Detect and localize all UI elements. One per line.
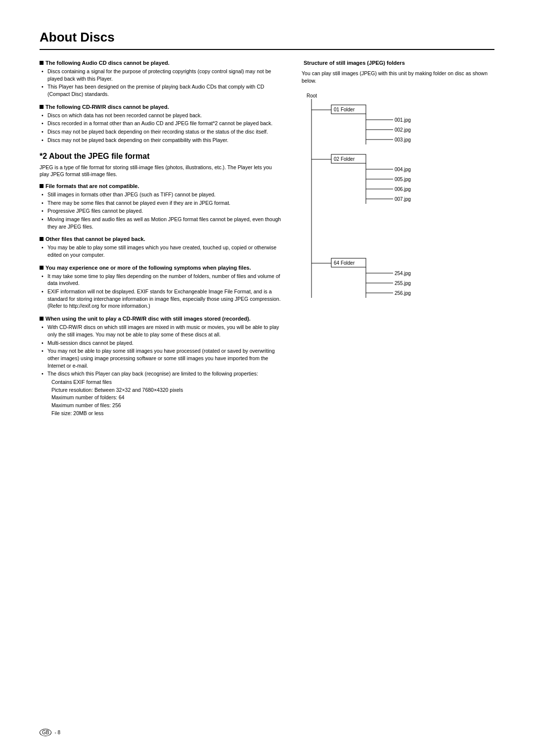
list-item: It may take some time to play files depe… [40, 273, 282, 287]
list-item: Discs recorded in a format other than an… [40, 120, 282, 127]
bullet-icon [40, 61, 44, 65]
file-002: 002.jpg [395, 127, 411, 133]
property-item: Picture resolution: Between 32×32 and 76… [51, 386, 282, 394]
property-item: Maximum number of files: 256 [51, 402, 282, 410]
file-004: 004.jpg [395, 167, 411, 172]
list-item: Progressive JPEG files cannot be played. [40, 207, 282, 215]
file-005: 005.jpg [395, 177, 411, 182]
cdrw-heading: The following CD-RW/R discs cannot be pl… [40, 104, 282, 110]
bullet-icon [40, 317, 44, 321]
cd-rw-still-section: When using the unit to play a CD-RW/R di… [40, 316, 282, 418]
file-formats-heading: File formats that are not compatible. [40, 183, 282, 189]
page-title: About Discs [40, 30, 494, 50]
list-item: Discs may not be played back depending o… [40, 128, 282, 136]
folder-64-label: 64 Folder [334, 260, 355, 266]
other-files-list: You may be able to play some still image… [40, 244, 282, 258]
file-001: 001.jpg [395, 117, 411, 123]
folder-tree-svg: Root 01 Folder [302, 90, 475, 328]
list-item: You may not be able to play some still i… [40, 347, 282, 369]
property-item: Maximum number of folders: 64 [51, 394, 282, 402]
property-item: Contains EXIF format files [51, 378, 282, 386]
root-label: Root [307, 93, 317, 98]
file-formats-section: File formats that are not compatible. St… [40, 183, 282, 230]
file-255: 255.jpg [395, 281, 411, 286]
list-item: Moving image files and audio files as we… [40, 216, 282, 230]
list-item: This Player has been designed on the pre… [40, 83, 282, 97]
structure-section: Structure of still images (JPEG) folders… [302, 60, 494, 329]
page: About Discs The following Audio CD discs… [0, 0, 534, 756]
tree-diagram: Root 01 Folder [302, 90, 494, 329]
structure-desc: You can play still images (JPEG) with th… [302, 70, 494, 84]
cdrw-list: Discs on which data has not been recorde… [40, 112, 282, 144]
audio-cd-heading: The following Audio CD discs cannot be p… [40, 60, 282, 66]
folder-02-label: 02 Folder [334, 156, 355, 162]
jpeg-intro: JPEG is a type of file format for storin… [40, 164, 282, 178]
cd-rw-still-list: With CD-RW/R discs on which still images… [40, 324, 282, 378]
file-256: 256.jpg [395, 290, 411, 296]
jpeg-title: *2 About the JPEG file format [40, 152, 282, 161]
jpeg-section: *2 About the JPEG file format JPEG is a … [40, 152, 282, 418]
left-column: The following Audio CD discs cannot be p… [40, 60, 282, 424]
audio-cd-section: The following Audio CD discs cannot be p… [40, 60, 282, 98]
right-column: Structure of still images (JPEG) folders… [302, 60, 494, 424]
footer-region-label: GB [40, 729, 51, 736]
file-003: 003.jpg [395, 137, 411, 142]
folder-01-label: 01 Folder [334, 107, 355, 112]
bullet-icon [40, 105, 44, 109]
list-item: Discs may not be played back depending o… [40, 137, 282, 144]
list-item: Discs containing a signal for the purpos… [40, 68, 282, 82]
audio-cd-list: Discs containing a signal for the purpos… [40, 68, 282, 98]
other-files-section: Other files that cannot be played back. … [40, 236, 282, 258]
bullet-icon [40, 184, 44, 188]
symptoms-heading: You may experience one or more of the fo… [40, 265, 282, 271]
cd-rw-still-heading: When using the unit to play a CD-RW/R di… [40, 316, 282, 322]
property-item: File size: 20MB or less [51, 410, 282, 418]
file-254: 254.jpg [395, 271, 411, 276]
page-footer: GB - 8 [40, 729, 60, 736]
list-item: Discs on which data has not been recorde… [40, 112, 282, 119]
list-item: Still images in formats other than JPEG … [40, 191, 282, 198]
file-006: 006.jpg [395, 187, 411, 192]
symptoms-section: You may experience one or more of the fo… [40, 265, 282, 310]
list-item: You may be able to play some still image… [40, 244, 282, 258]
structure-heading: Structure of still images (JPEG) folders [302, 60, 494, 66]
list-item: EXIF information will not be displayed. … [40, 288, 282, 310]
list-item: Multi-session discs cannot be played. [40, 339, 282, 347]
other-files-heading: Other files that cannot be played back. [40, 236, 282, 242]
symptoms-list: It may take some time to play files depe… [40, 273, 282, 310]
bullet-icon [40, 237, 44, 241]
properties-block: Contains EXIF format files Picture resol… [51, 378, 282, 418]
file-007: 007.jpg [395, 196, 411, 202]
list-item: The discs which this Player can play bac… [40, 370, 282, 378]
main-content: The following Audio CD discs cannot be p… [40, 60, 494, 424]
bullet-icon [40, 266, 44, 270]
footer-page-number: - 8 [54, 730, 60, 735]
file-formats-list: Still images in formats other than JPEG … [40, 191, 282, 230]
list-item: There may be some files that cannot be p… [40, 199, 282, 207]
list-item: With CD-RW/R discs on which still images… [40, 324, 282, 338]
cdrw-section: The following CD-RW/R discs cannot be pl… [40, 104, 282, 144]
